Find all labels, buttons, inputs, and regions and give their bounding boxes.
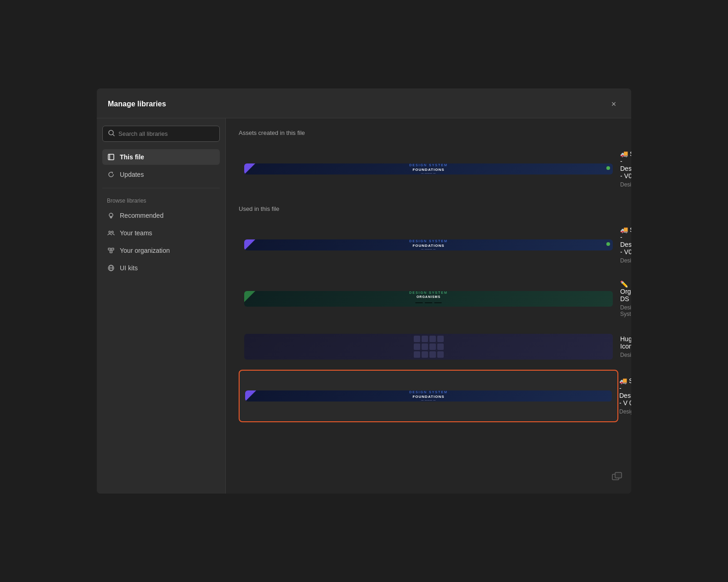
icon-cell xyxy=(414,351,420,358)
icon-cell xyxy=(422,351,428,358)
refresh-icon xyxy=(107,170,115,179)
lib-type: Design System xyxy=(620,181,631,188)
icon-cell xyxy=(437,351,444,358)
icon-cell xyxy=(414,343,420,350)
library-item-socrate-v03: DESIGN SYSTEM FOUNDATIONS — ——— — 🚚 SOCR… xyxy=(239,370,618,422)
close-button[interactable]: × xyxy=(607,98,620,111)
svg-rect-10 xyxy=(112,248,114,250)
modal-header: Manage libraries × xyxy=(97,88,631,118)
svg-line-1 xyxy=(113,134,114,136)
thumb-subtitle: — ——— — xyxy=(421,248,435,250)
manage-libraries-modal: Manage libraries × xyxy=(97,88,631,494)
lib-type: Design System xyxy=(619,408,631,415)
sidebar-item-your-organization[interactable]: Your organization xyxy=(102,243,220,258)
search-box[interactable] xyxy=(102,126,220,142)
lib-name: 🚚 SOCRATE - DesignSystem - V0.4 xyxy=(620,150,631,180)
lib-type: Design xyxy=(620,352,631,358)
globe-icon xyxy=(107,264,115,272)
thumb-org-label: DESIGN SYSTEM xyxy=(409,291,448,294)
modal-overlay: Manage libraries × xyxy=(83,65,645,517)
library-item-socrate-v04-used: DESIGN SYSTEM FOUNDATIONS — ——— — 🚚 SOCR… xyxy=(239,220,618,270)
modal-title: Manage libraries xyxy=(108,100,166,108)
lib-name: Huge Icons xyxy=(620,335,631,350)
lib-info-socrate-v04-used: 🚚 SOCRATE - DesignSystem - V0.4 Design S… xyxy=(620,226,631,264)
updates-label: Updates xyxy=(120,171,144,178)
icon-cell xyxy=(429,336,436,342)
svg-rect-16 xyxy=(615,472,622,478)
search-icon xyxy=(108,130,115,138)
search-input[interactable] xyxy=(118,130,214,137)
svg-rect-11 xyxy=(110,251,112,253)
main-content: Assets created in this file DESIGN SYSTE… xyxy=(226,118,631,494)
thumbnail-foundations: DESIGN SYSTEM FOUNDATIONS — ——— — xyxy=(244,163,613,175)
icon-cell xyxy=(429,351,436,358)
thumb-label-top: DESIGN SYSTEM xyxy=(409,163,448,167)
thumb-v03-label: DESIGN SYSTEM xyxy=(409,390,448,394)
corner-icon xyxy=(612,472,622,484)
icon-cell xyxy=(414,336,420,342)
thumbnail-foundations-v03: DESIGN SYSTEM FOUNDATIONS — ——— — xyxy=(245,390,612,402)
bulb-icon xyxy=(107,211,115,220)
team-icon xyxy=(107,229,115,237)
icon-cell xyxy=(437,343,444,350)
lib-info-socrate-v03: 🚚 SOCRATE - DesignSystem - V 0.3 Design … xyxy=(619,377,631,415)
recommended-label: Recommended xyxy=(120,212,164,219)
thumb-title-v03: FOUNDATIONS xyxy=(412,395,444,399)
sidebar-item-recommended[interactable]: Recommended xyxy=(102,208,220,223)
used-section-header: Used in this file xyxy=(239,205,618,212)
sidebar-item-your-teams[interactable]: Your teams xyxy=(102,225,220,241)
thumbnail-organisms: DESIGN SYSTEM ORGANISMS — — — xyxy=(244,291,613,307)
lib-info-huge-icons: Huge Icons Design xyxy=(620,335,631,358)
assets-section-header: Assets created in this file xyxy=(239,129,618,136)
lib-type: Design System xyxy=(620,257,631,264)
your-teams-label: Your teams xyxy=(120,229,152,237)
thumb-label: DESIGN SYSTEM xyxy=(409,239,448,243)
modal-body: This file Updates Browse libraries xyxy=(97,118,631,494)
lib-name: 🚚 SOCRATE - DesignSystem - V0.4 xyxy=(620,226,631,256)
this-file-label: This file xyxy=(120,153,144,161)
sidebar-divider xyxy=(102,188,220,188)
sidebar-item-updates[interactable]: Updates xyxy=(102,167,220,182)
thumb-title-organisms: ORGANISMS xyxy=(417,295,440,298)
icons-grid xyxy=(412,334,446,360)
library-item-huge-icons: Huge Icons Design Add to file xyxy=(239,327,618,366)
thumb-title: FOUNDATIONS xyxy=(412,244,444,248)
org-icon xyxy=(107,246,115,255)
book-icon xyxy=(107,153,115,161)
thumb-subtitle: — ——— — xyxy=(421,172,435,175)
svg-rect-9 xyxy=(108,248,111,250)
lib-name: ✏️ Organisms DS xyxy=(620,280,631,303)
your-organization-label: Your organization xyxy=(120,247,170,254)
thumb-v03-subtitle: — ——— — xyxy=(421,399,435,402)
icon-cell xyxy=(422,343,428,350)
ui-kits-label: UI kits xyxy=(120,264,138,272)
icon-cell xyxy=(422,336,428,342)
library-item-socrate-v04-asset: DESIGN SYSTEM FOUNDATIONS — ——— — 🚚 SOCR… xyxy=(239,144,618,194)
sidebar-item-this-file[interactable]: This file xyxy=(102,149,220,165)
icon-cell xyxy=(429,343,436,350)
svg-point-8 xyxy=(112,231,113,233)
sidebar: This file Updates Browse libraries xyxy=(97,118,226,494)
lib-info-organisms: ✏️ Organisms DS Design System xyxy=(620,280,631,317)
svg-point-7 xyxy=(109,231,111,233)
library-item-organisms: DESIGN SYSTEM ORGANISMS — — — ✏️ Organis… xyxy=(239,274,618,324)
browse-libraries-label: Browse libraries xyxy=(102,194,220,206)
thumbnail-foundations-used: DESIGN SYSTEM FOUNDATIONS — ——— — xyxy=(244,239,613,250)
lib-type: Design System xyxy=(620,304,631,317)
thumbnail-icons xyxy=(244,334,613,360)
lib-info-socrate-v04-asset: 🚚 SOCRATE - DesignSystem - V0.4 Design S… xyxy=(620,150,631,188)
lib-name: 🚚 SOCRATE - DesignSystem - V 0.3 xyxy=(619,377,631,407)
sidebar-item-ui-kits[interactable]: UI kits xyxy=(102,260,220,276)
svg-rect-2 xyxy=(108,154,114,160)
thumb-title-foundations: FOUNDATIONS xyxy=(412,168,444,172)
thumb-organisms-subtitle: — — — xyxy=(416,298,442,307)
icon-cell xyxy=(437,336,444,342)
